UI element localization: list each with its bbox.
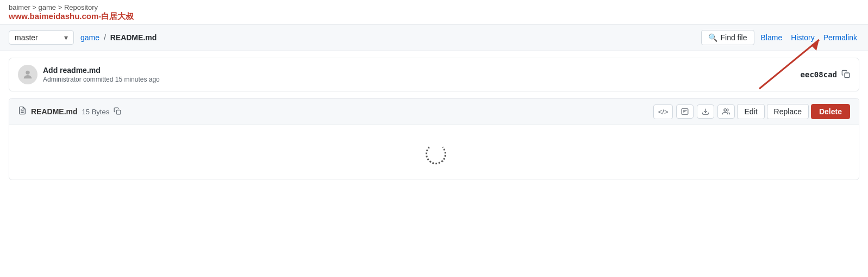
commit-hash: eec08cad [801,70,837,79]
commit-message: Add readme.md [43,66,160,75]
file-path: game / README.md [80,33,695,42]
branch-label: master [15,33,38,42]
find-file-button[interactable]: 🔍 Find file [701,30,754,45]
chevron-down-icon: ▾ [64,33,68,42]
commit-right: eec08cad [801,70,850,80]
copy-hash-button[interactable] [841,70,850,80]
file-content [9,125,859,180]
edit-button[interactable]: Edit [737,104,764,119]
delete-button[interactable]: Delete [811,104,850,119]
download-button[interactable] [697,104,714,119]
code-view-button[interactable]: </> [653,104,673,119]
blame-button[interactable]: Blame [759,30,785,45]
svg-rect-4 [116,110,121,114]
blame-view-button[interactable] [717,104,735,119]
svg-point-10 [724,109,727,112]
file-doc-icon [18,106,27,117]
file-viewer-left: README.md 15 Bytes [18,106,121,117]
breadcrumb-bar: baimer > game > Repository www.baimeidas… [0,0,868,24]
file-viewer-header: README.md 15 Bytes </> [9,99,859,125]
commit-meta: Administrator committed 15 minutes ago [43,76,160,83]
copy-path-button[interactable] [114,107,121,116]
search-icon: 🔍 [708,33,717,42]
path-folder[interactable]: game [80,33,99,42]
replace-button[interactable]: Replace [767,104,809,119]
site-link[interactable]: www.baimeidashu.com-白居大叔 [9,11,134,21]
history-button[interactable]: History [789,30,817,45]
file-viewer-right: </> [653,104,850,119]
commit-details: Add readme.md Administrator committed 15… [43,66,160,83]
commit-left: Add readme.md Administrator committed 15… [18,65,160,84]
svg-point-0 [26,71,29,75]
file-nav-bar: master ▾ game / README.md 🔍 Find file Bl… [0,24,868,51]
breadcrumb: baimer > game > Repository [9,3,859,11]
file-nav-actions: 🔍 Find file Blame History Permalink [701,30,859,45]
path-separator: / [104,33,106,42]
loading-spinner [426,144,443,161]
branch-selector[interactable]: master ▾ [9,30,74,45]
file-name: README.md [31,107,78,116]
file-viewer: README.md 15 Bytes </> [9,98,859,180]
find-file-label: Find file [720,33,747,42]
commit-info-bar: Add readme.md Administrator committed 15… [9,58,859,91]
avatar [18,65,38,84]
svg-rect-1 [845,73,850,78]
raw-view-button[interactable] [676,104,694,119]
permalink-button[interactable]: Permalink [821,30,859,45]
path-filename: README.md [110,33,157,42]
file-size: 15 Bytes [82,108,110,116]
